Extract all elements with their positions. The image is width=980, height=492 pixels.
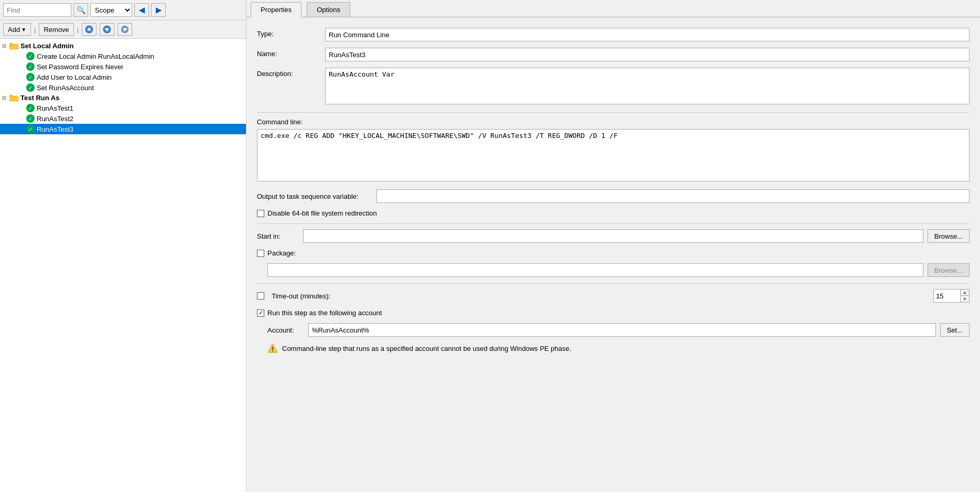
- start-in-row: Start in: Browse...: [257, 229, 970, 243]
- remove-button[interactable]: Remove: [39, 23, 73, 36]
- timeout-label: Time-out (minutes):: [272, 292, 330, 300]
- folder-icon-2: [9, 94, 19, 102]
- tree-item-set-runasaccount[interactable]: · ✓ Set RunAsAccount: [0, 82, 246, 93]
- toolbar-search: 🔍 Scope ◀ ▶: [0, 0, 246, 20]
- divider3: [257, 283, 970, 284]
- divider2: [257, 223, 970, 224]
- refresh-button[interactable]: [117, 23, 132, 36]
- command-line-textarea[interactable]: [257, 129, 970, 181]
- timeout-down-button[interactable]: ▼: [961, 296, 969, 302]
- tree-label-test-run-as: Test Run As: [20, 94, 59, 102]
- command-line-row: [257, 129, 970, 183]
- warning-text: Command-line step that runs as a specifi…: [282, 345, 571, 352]
- tabs-bar: Properties Options: [246, 0, 980, 17]
- description-textarea[interactable]: [325, 68, 970, 104]
- description-value-wrap: [325, 68, 970, 106]
- check-icon-6: ✓: [26, 114, 35, 123]
- set-button[interactable]: Set...: [940, 323, 970, 337]
- tree-container: ⊟ Set Local Admin · ✓ Create Local Admin…: [0, 39, 246, 492]
- tab-properties[interactable]: Properties: [251, 2, 301, 17]
- find-input[interactable]: [3, 3, 71, 17]
- expand-icon-2: ⊟: [2, 95, 8, 101]
- scope-select[interactable]: Scope: [90, 3, 132, 17]
- nav-back-button[interactable]: ◀: [134, 3, 149, 17]
- timeout-input[interactable]: [934, 290, 960, 302]
- divider1: [257, 112, 970, 113]
- name-input[interactable]: [325, 48, 970, 61]
- disable-64bit-row: Disable 64-bit file system redirection: [257, 209, 970, 217]
- tree-label-set-runasaccount: Set RunAsAccount: [37, 84, 94, 92]
- tree-label-runastest1: RunAsTest1: [37, 104, 73, 112]
- type-label: Type:: [257, 28, 325, 38]
- account-input[interactable]: [308, 323, 936, 337]
- timeout-checkbox[interactable]: [257, 292, 264, 300]
- package-label: Package:: [267, 249, 296, 257]
- package-input[interactable]: [267, 263, 923, 277]
- account-row: Account: Set...: [257, 323, 970, 337]
- toolbar-actions: Add ▼ | Remove |: [0, 20, 246, 39]
- tree-item-set-local-admin[interactable]: ⊟ Set Local Admin: [0, 41, 246, 51]
- description-label: Description:: [257, 68, 325, 78]
- properties-panel: Type: Name: Description: Command line:: [246, 17, 980, 492]
- start-in-browse-button[interactable]: Browse...: [928, 229, 970, 243]
- add-label: Add: [8, 26, 20, 34]
- tree-label-runastest3: RunAsTest3: [37, 125, 73, 133]
- nav-forward-button[interactable]: ▶: [151, 3, 166, 17]
- check-icon-2: ✓: [26, 62, 35, 71]
- warning-row: ! Command-line step that runs as a speci…: [257, 343, 970, 354]
- package-checkbox[interactable]: [257, 250, 264, 257]
- check-icon-4: ✓: [26, 83, 35, 92]
- add-button[interactable]: Add ▼: [3, 23, 31, 36]
- check-icon-5: ✓: [26, 104, 35, 112]
- tree-label-runastest2: RunAsTest2: [37, 115, 73, 123]
- start-in-label: Start in:: [257, 232, 299, 240]
- tree-item-add-user[interactable]: · ✓ Add User to Local Admin: [0, 72, 246, 82]
- description-row: Description:: [257, 68, 970, 106]
- package-section: Package: Browse...: [257, 249, 970, 277]
- account-label: Account:: [267, 326, 304, 334]
- tab-options[interactable]: Options: [307, 2, 350, 17]
- output-input[interactable]: [376, 189, 970, 203]
- type-row: Type:: [257, 28, 970, 41]
- svg-rect-7: [9, 43, 13, 45]
- package-input-row: Browse...: [257, 263, 970, 277]
- timeout-input-wrap: ▲ ▼: [933, 289, 970, 303]
- move-down-button[interactable]: [100, 23, 114, 36]
- tree-item-create-local-admin[interactable]: · ✓ Create Local Admin RunAsLocalAdmin: [0, 51, 246, 61]
- run-as-row: ✓ Run this step as the following account: [257, 309, 970, 317]
- tree-item-runastest3[interactable]: · ✓ RunAsTest3: [0, 124, 246, 134]
- move-up-button[interactable]: [82, 23, 96, 36]
- tree-item-test-run-as[interactable]: ⊟ Test Run As: [0, 93, 246, 103]
- tree-item-set-password[interactable]: · ✓ Set Password Expires Never: [0, 61, 246, 72]
- left-panel: 🔍 Scope ◀ ▶ Add ▼ | Remove | ⊟: [0, 0, 246, 492]
- check-icon-7: ✓: [26, 125, 35, 133]
- warning-icon: !: [267, 343, 278, 354]
- timeout-spinner: ▲ ▼: [960, 290, 969, 302]
- name-label: Name:: [257, 48, 325, 58]
- timeout-input-container: ▲ ▼: [933, 289, 970, 303]
- timeout-row: Time-out (minutes): ▲ ▼: [257, 289, 970, 303]
- svg-text:!: !: [272, 346, 274, 353]
- svg-rect-9: [9, 95, 13, 97]
- package-checkbox-row: Package:: [257, 249, 970, 257]
- tree-item-runastest1[interactable]: · ✓ RunAsTest1: [0, 103, 246, 113]
- start-in-input[interactable]: [303, 229, 923, 243]
- right-panel: Properties Options Type: Name: Descripti…: [246, 0, 980, 492]
- disable-64bit-checkbox[interactable]: [257, 210, 264, 217]
- tree-label-set-local-admin: Set Local Admin: [20, 42, 73, 50]
- check-icon-1: ✓: [26, 52, 35, 60]
- name-value-wrap: [325, 48, 970, 61]
- package-browse-button: Browse...: [928, 263, 970, 277]
- tree-label-set-password: Set Password Expires Never: [37, 63, 123, 71]
- timeout-up-button[interactable]: ▲: [961, 290, 969, 296]
- type-value-wrap: [325, 28, 970, 41]
- disable-64bit-label: Disable 64-bit file system redirection: [267, 209, 377, 217]
- type-input: [325, 28, 970, 41]
- run-as-checkbox[interactable]: ✓: [257, 309, 264, 317]
- run-as-label: Run this step as the following account: [267, 309, 382, 317]
- separator2: |: [77, 26, 79, 34]
- check-icon-3: ✓: [26, 73, 35, 81]
- add-arrow: ▼: [21, 27, 26, 33]
- tree-item-runastest2[interactable]: · ✓ RunAsTest2: [0, 113, 246, 124]
- search-button[interactable]: 🔍: [73, 3, 88, 17]
